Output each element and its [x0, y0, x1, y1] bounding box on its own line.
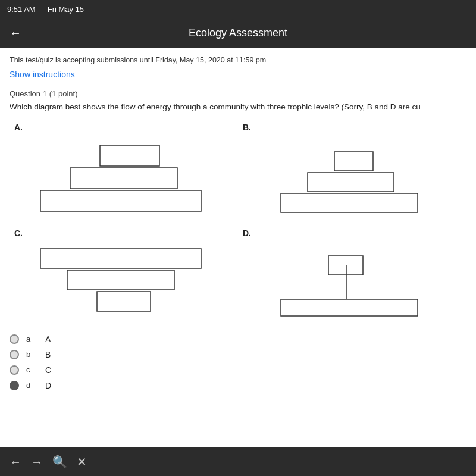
svg-rect-1	[70, 168, 177, 189]
bottom-close-icon[interactable]: ✕	[77, 455, 87, 469]
status-bar: 9:51 AM Fri May 15	[0, 0, 476, 18]
bottom-bar: ← → 🔍 ✕	[0, 447, 476, 476]
answer-choice-d[interactable]: d D	[10, 381, 466, 390]
diagram-a-svg	[14, 137, 233, 220]
choice-key-c: c	[26, 365, 38, 374]
svg-rect-7	[308, 173, 394, 192]
choice-key-b: b	[26, 350, 38, 359]
svg-rect-11	[328, 256, 363, 275]
answer-choice-b[interactable]: b B	[10, 350, 466, 359]
choice-label-b: B	[45, 350, 51, 359]
svg-rect-2	[100, 145, 159, 166]
choice-key-d: d	[26, 381, 38, 390]
diagram-a-label: A.	[14, 123, 233, 132]
diagram-c-svg	[14, 243, 233, 320]
main-content: This test/quiz is accepting submissions …	[0, 48, 476, 447]
app-header: ← Ecology Assessment	[0, 18, 476, 48]
back-arrow-icon[interactable]: ←	[10, 26, 21, 40]
radio-b[interactable]	[10, 350, 19, 359]
status-day: Fri May 15	[48, 5, 84, 14]
bottom-search-icon[interactable]: 🔍	[52, 455, 67, 469]
diagram-c-label: C.	[14, 228, 233, 238]
svg-rect-5	[97, 292, 151, 311]
svg-rect-6	[281, 193, 418, 212]
answer-choice-a[interactable]: a A	[10, 334, 466, 344]
radio-a[interactable]	[10, 334, 19, 344]
answer-choice-c[interactable]: c C	[10, 365, 466, 375]
question-label: Question 1 (1 point)	[10, 89, 466, 98]
bottom-back-icon[interactable]: ←	[10, 455, 21, 469]
radio-c[interactable]	[10, 365, 19, 375]
diagram-b-svg	[243, 137, 462, 220]
diagram-b-label: B.	[243, 123, 462, 132]
left-diagrams: A. C.	[10, 123, 238, 322]
svg-rect-8	[334, 152, 373, 171]
diagrams-area: A. C.	[10, 123, 466, 322]
submission-notice: This test/quiz is accepting submissions …	[10, 56, 466, 64]
page-title: Ecology Assessment	[189, 27, 287, 39]
diagram-d: D.	[243, 228, 462, 322]
question-text: Which diagram best shows the flow of ene…	[10, 102, 466, 113]
diagram-c: C.	[14, 228, 233, 322]
svg-rect-4	[67, 270, 174, 290]
choice-label-d: D	[45, 381, 51, 390]
svg-rect-9	[281, 299, 418, 316]
svg-rect-3	[40, 249, 201, 268]
choice-label-c: C	[45, 365, 51, 375]
diagram-a: A.	[14, 123, 233, 223]
show-instructions-link[interactable]: Show instructions	[10, 70, 75, 79]
diagram-d-label: D.	[243, 228, 462, 238]
right-diagrams: B. D.	[238, 123, 466, 322]
svg-rect-0	[40, 190, 201, 211]
answer-choices: a A b B c C d D	[10, 334, 466, 390]
diagram-b: B.	[243, 123, 462, 223]
radio-d[interactable]	[10, 381, 19, 390]
choice-label-a: A	[45, 334, 51, 344]
status-time: 9:51 AM	[7, 5, 36, 14]
diagram-d-svg	[243, 243, 462, 320]
bottom-forward-icon[interactable]: →	[31, 455, 43, 469]
choice-key-a: a	[26, 334, 38, 343]
screen: 9:51 AM Fri May 15 ← Ecology Assessment …	[0, 0, 476, 476]
